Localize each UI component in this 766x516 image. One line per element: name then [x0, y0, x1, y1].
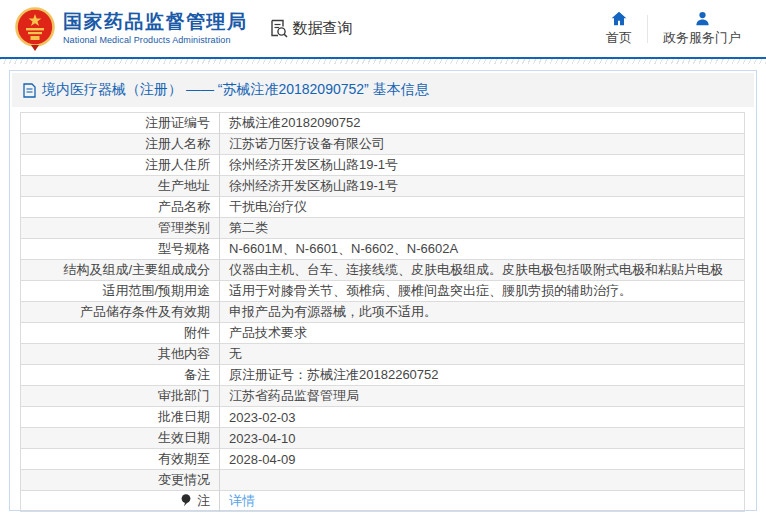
- table-row: 生产地址 徐州经济开发区杨山路19-1号: [21, 176, 745, 197]
- row-value-text: 徐州经济开发区杨山路19-1号: [229, 178, 398, 193]
- table-row: 结构及组成/主要组成成分 仪器由主机、台车、连接线缆、皮肤电极组成。皮肤电极包括…: [21, 260, 745, 281]
- row-label-text: 注: [197, 493, 210, 508]
- row-label-text: 注册人住所: [145, 157, 210, 172]
- table-row: 有效期至 2028-04-09: [21, 449, 745, 470]
- row-value-text: 原注册证号：苏械注准20182260752: [229, 367, 439, 382]
- data-query-nav[interactable]: 数据查询: [268, 18, 353, 39]
- row-label: 产品储存条件及有效期: [21, 302, 220, 323]
- row-value: 第二类: [220, 218, 745, 239]
- row-value-text: 干扰电治疗仪: [229, 199, 307, 214]
- table-row: 注册证编号 苏械注准20182090752: [21, 113, 745, 134]
- detail-link[interactable]: 详情: [229, 493, 255, 508]
- table-row: 注册人住所 徐州经济开发区杨山路19-1号: [21, 155, 745, 176]
- row-value-text: 苏械注准20182090752: [229, 115, 361, 130]
- row-label: 结构及组成/主要组成成分: [21, 260, 220, 281]
- row-value-text: N-6601M、N-6601、N-6602、N-6602A: [229, 241, 458, 256]
- nav-home-label: 首页: [606, 29, 632, 47]
- row-label: 适用范围/预期用途: [21, 281, 220, 302]
- row-label: 生效日期: [21, 428, 220, 449]
- table-row: 其他内容 无: [21, 344, 745, 365]
- row-value: 详情: [220, 491, 745, 512]
- row-label-text: 产品储存条件及有效期: [80, 304, 210, 319]
- row-label: 管理类别: [21, 218, 220, 239]
- content-container: 境内医疗器械（注册） —— “苏械注准20182090752” 基本信息 注册证…: [9, 70, 757, 511]
- row-value: 江苏省药品监督管理局: [220, 386, 745, 407]
- row-label: 生产地址: [21, 176, 220, 197]
- row-value: [220, 470, 745, 491]
- site-subtitle: National Medical Products Administration: [63, 35, 248, 45]
- hatch-strip: [0, 59, 766, 64]
- table-row: 生效日期 2023-04-10: [21, 428, 745, 449]
- row-label-text: 有效期至: [158, 451, 210, 466]
- row-value: 2028-04-09: [220, 449, 745, 470]
- row-label: 注册人住所: [21, 155, 220, 176]
- row-value: 干扰电治疗仪: [220, 197, 745, 218]
- table-row: 变更情况: [21, 470, 745, 491]
- row-label: 备注: [21, 365, 220, 386]
- row-value: N-6601M、N-6601、N-6602、N-6602A: [220, 239, 745, 260]
- row-label-text: 备注: [184, 367, 210, 382]
- national-emblem-icon: [14, 7, 56, 51]
- row-label-text: 管理类别: [158, 220, 210, 235]
- row-label: 审批部门: [21, 386, 220, 407]
- table-row: 附件 产品技术要求: [21, 323, 745, 344]
- nav-portal[interactable]: 政务服务门户: [648, 11, 756, 47]
- row-value: 苏械注准20182090752: [220, 113, 745, 134]
- row-label: 注册人名称: [21, 134, 220, 155]
- row-value-text: 江苏诺万医疗设备有限公司: [229, 136, 385, 151]
- nav-home[interactable]: 首页: [591, 11, 647, 47]
- row-value: 无: [220, 344, 745, 365]
- table-row: 备注 原注册证号：苏械注准20182260752: [21, 365, 745, 386]
- row-label-text: 注册人名称: [145, 136, 210, 151]
- row-value: 江苏诺万医疗设备有限公司: [220, 134, 745, 155]
- row-value-text: 2023-04-10: [229, 431, 296, 446]
- page-title: 境内医疗器械（注册） —— “苏械注准20182090752” 基本信息: [42, 81, 429, 99]
- table-row: 批准日期 2023-02-03: [21, 407, 745, 428]
- row-label-text: 生效日期: [158, 430, 210, 445]
- table-row: 管理类别 第二类: [21, 218, 745, 239]
- info-table: 注册证编号 苏械注准20182090752 注册人名称 江苏诺万医疗设备有限公司…: [20, 112, 745, 512]
- row-value-text: 2023-02-03: [229, 410, 296, 425]
- row-label-text: 适用范围/预期用途: [102, 283, 210, 298]
- row-label-text: 附件: [184, 325, 210, 340]
- row-label-text: 审批部门: [158, 388, 210, 403]
- row-value-text: 产品技术要求: [229, 325, 307, 340]
- table-row: 注 详情: [21, 491, 745, 512]
- row-value: 2023-04-10: [220, 428, 745, 449]
- row-label-text: 结构及组成/主要组成成分: [63, 262, 210, 277]
- row-label: 注: [21, 491, 220, 512]
- data-query-label: 数据查询: [293, 19, 353, 38]
- row-value-text: 徐州经济开发区杨山路19-1号: [229, 157, 398, 172]
- document-icon: [23, 83, 36, 98]
- site-logo[interactable]: 国家药品监督管理局 National Medical Products Admi…: [14, 7, 248, 51]
- row-value: 仪器由主机、台车、连接线缆、皮肤电极组成。皮肤电极包括吸附式电极和粘贴片电极: [220, 260, 745, 281]
- row-label: 产品名称: [21, 197, 220, 218]
- row-value: 徐州经济开发区杨山路19-1号: [220, 176, 745, 197]
- row-label: 附件: [21, 323, 220, 344]
- top-nav: 首页 政务服务门户: [591, 11, 756, 47]
- row-value-text: 仪器由主机、台车、连接线缆、皮肤电极组成。皮肤电极包括吸附式电极和粘贴片电极: [229, 262, 723, 277]
- row-label-text: 产品名称: [158, 199, 210, 214]
- row-label-text: 批准日期: [158, 409, 210, 424]
- person-icon: [695, 11, 710, 26]
- row-label-text: 型号规格: [158, 241, 210, 256]
- row-value: 申报产品为有源器械，此项不适用。: [220, 302, 745, 323]
- row-value: 原注册证号：苏械注准20182260752: [220, 365, 745, 386]
- row-value-text: 无: [229, 346, 242, 361]
- site-header: 国家药品监督管理局 National Medical Products Admi…: [0, 0, 766, 57]
- row-value: 2023-02-03: [220, 407, 745, 428]
- row-label: 批准日期: [21, 407, 220, 428]
- note-balloon-icon: [181, 494, 191, 507]
- row-value-text: 适用于对膝骨关节、颈椎病、腰椎间盘突出症、腰肌劳损的辅助治疗。: [229, 283, 632, 298]
- row-value: 徐州经济开发区杨山路19-1号: [220, 155, 745, 176]
- row-label: 其他内容: [21, 344, 220, 365]
- home-icon: [611, 11, 627, 26]
- row-value-text: 申报产品为有源器械，此项不适用。: [229, 304, 437, 319]
- row-label: 变更情况: [21, 470, 220, 491]
- row-value-text: 江苏省药品监督管理局: [229, 388, 359, 403]
- row-label: 注册证编号: [21, 113, 220, 134]
- table-row: 审批部门 江苏省药品监督管理局: [21, 386, 745, 407]
- row-label-text: 生产地址: [158, 178, 210, 193]
- table-row: 产品名称 干扰电治疗仪: [21, 197, 745, 218]
- row-label-text: 注册证编号: [145, 115, 210, 130]
